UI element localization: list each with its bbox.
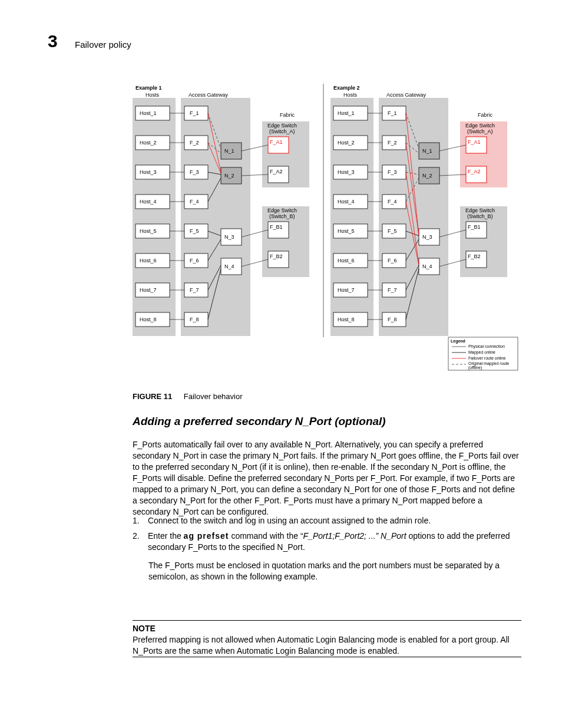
note-rule-top [133,620,521,621]
svg-text:Hosts: Hosts [146,92,160,98]
svg-text:Host_7: Host_7 [140,287,157,293]
svg-text:N_3: N_3 [422,234,432,240]
svg-text:(Switch_A): (Switch_A) [269,129,295,134]
svg-text:Host_3: Host_3 [140,169,157,175]
chapter-number: 3 [48,31,58,51]
svg-text:Edge Switch: Edge Switch [465,123,495,129]
svg-text:Example 2: Example 2 [333,85,360,91]
figure-label: FIGURE 11 [133,392,172,401]
svg-text:Host_3: Host_3 [338,169,355,175]
svg-text:Host_1: Host_1 [140,110,157,116]
list-text: Enter the ag prefset command with the “F… [148,531,519,553]
note-body: Preferred mapping is not allowed when Au… [133,634,521,657]
list-subtext: The F_Ports must be enclosed in quotatio… [148,560,529,582]
svg-text:F_5: F_5 [190,228,199,234]
svg-text:Edge Switch: Edge Switch [465,207,495,213]
svg-text:Hosts: Hosts [343,92,358,98]
svg-text:Edge Switch: Edge Switch [267,123,297,129]
svg-text:F_B2: F_B2 [270,253,283,259]
figure-diagram: Example 1 Hosts Access Gateway Fabric Ed… [133,84,521,378]
svg-text:Host_2: Host_2 [140,140,157,146]
svg-text:F_4: F_4 [388,199,397,205]
body-paragraph: F_Ports automatically fail over to any a… [133,439,521,518]
svg-text:F_A1: F_A1 [270,139,283,145]
svg-text:Host_4: Host_4 [338,199,355,205]
svg-text:F_A2: F_A2 [270,169,283,174]
svg-text:Host_6: Host_6 [338,258,355,263]
svg-text:Host_5: Host_5 [140,228,157,234]
svg-text:Host_8: Host_8 [338,317,355,322]
svg-text:F_1: F_1 [190,110,199,116]
svg-text:F_B1: F_B1 [270,224,283,230]
section-heading: Adding a preferred secondary N_Port (opt… [133,415,386,428]
list-number: 1. [133,515,146,526]
svg-text:N_4: N_4 [422,263,432,269]
page-title: Failover policy [75,39,131,50]
svg-text:N_3: N_3 [224,234,234,240]
svg-text:F_8: F_8 [190,317,199,322]
svg-text:(Switch_B): (Switch_B) [269,213,295,219]
svg-text:F_7: F_7 [190,287,199,293]
svg-text:F_2: F_2 [190,140,199,146]
svg-text:F_7: F_7 [388,287,397,293]
svg-text:Host_2: Host_2 [338,140,355,146]
svg-text:F_3: F_3 [388,169,397,175]
svg-text:F_A2: F_A2 [468,169,481,174]
note-heading: NOTE [133,624,156,633]
figure-caption-text: Failover behavior [184,392,243,401]
svg-text:F_2: F_2 [388,140,397,146]
svg-text:Physical connection: Physical connection [468,344,505,349]
svg-text:(Switch_B): (Switch_B) [467,213,493,219]
svg-text:F_6: F_6 [190,258,199,263]
list-text: Connect to the switch and log in using a… [148,515,519,526]
svg-text:Access Gateway: Access Gateway [386,92,427,98]
svg-text:F_1: F_1 [388,110,397,116]
svg-text:(offline): (offline) [468,365,482,370]
svg-text:Host_8: Host_8 [140,317,157,322]
svg-text:Fabric: Fabric [280,112,295,118]
svg-text:F_6: F_6 [388,258,397,263]
svg-text:Edge Switch: Edge Switch [267,207,297,213]
svg-text:Access Gateway: Access Gateway [189,92,229,98]
svg-text:Host_5: Host_5 [338,228,355,234]
svg-rect-1 [133,98,176,336]
svg-text:Legend: Legend [451,339,465,344]
figure-caption: FIGURE 11 Failover behavior [133,392,243,401]
svg-text:F_B1: F_B1 [468,224,481,230]
svg-text:N_1: N_1 [422,148,432,154]
svg-text:F_A1: F_A1 [468,139,481,145]
svg-text:N_2: N_2 [224,173,234,179]
svg-text:Host_1: Host_1 [338,110,355,116]
svg-text:Host_6: Host_6 [140,258,157,263]
svg-text:F_B2: F_B2 [468,253,481,259]
svg-text:N_1: N_1 [224,148,234,154]
command-text: ag prefset [184,531,229,541]
svg-text:Example 1: Example 1 [135,85,162,91]
list-item: 2. Enter the ag prefset command with the… [133,531,521,553]
svg-text:Host_4: Host_4 [140,199,157,205]
svg-text:F_4: F_4 [190,199,199,205]
svg-text:(Switch_A): (Switch_A) [467,129,493,134]
note-rule-bottom [133,657,521,657]
svg-text:N_2: N_2 [422,173,432,179]
svg-text:N_4: N_4 [224,263,234,269]
svg-text:Failover route online: Failover route online [468,356,506,360]
svg-text:F_8: F_8 [388,317,397,322]
list-item: 1. Connect to the switch and log in usin… [133,515,521,526]
svg-text:Fabric: Fabric [478,112,493,118]
svg-rect-74 [330,98,373,336]
svg-text:F_3: F_3 [190,169,199,175]
svg-text:F_5: F_5 [388,228,397,234]
svg-text:Host_7: Host_7 [338,287,355,293]
list-number: 2. [133,531,146,542]
svg-text:Mapped online: Mapped online [468,350,495,355]
